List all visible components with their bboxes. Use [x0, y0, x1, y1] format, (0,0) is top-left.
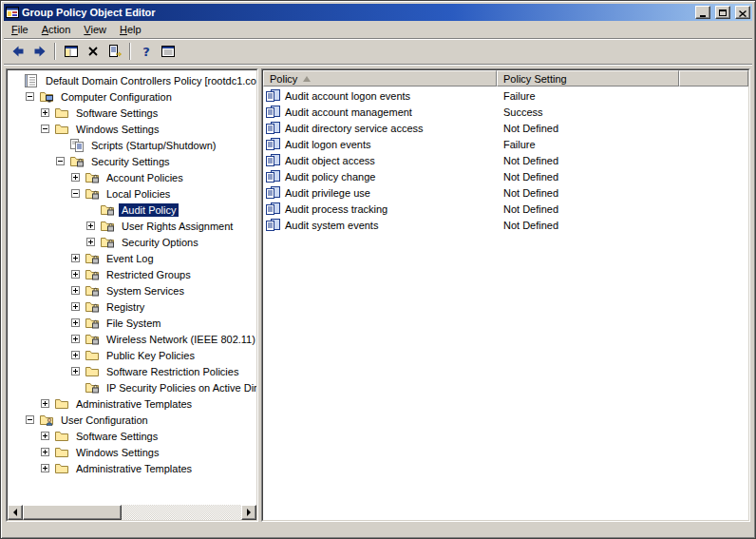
policy-row[interactable]: Audit account logon eventsFailure: [263, 87, 748, 104]
export-list-button[interactable]: [104, 41, 125, 62]
tree-item-label[interactable]: Local Policies: [104, 187, 173, 201]
tree-item-audit-policy[interactable]: Audit Policy: [8, 202, 256, 218]
scrollbar-track[interactable]: [23, 505, 241, 520]
tree-item-label[interactable]: Registry: [104, 300, 147, 314]
expand-icon[interactable]: [41, 432, 49, 440]
delete-button[interactable]: [82, 41, 104, 62]
expand-icon[interactable]: [71, 318, 80, 327]
tree-item-label[interactable]: Default Domain Controllers Policy [rootd…: [43, 74, 256, 87]
tree-item-label[interactable]: Restricted Groups: [104, 268, 194, 281]
tree-item-windows-settings[interactable]: Windows Settings: [8, 444, 256, 460]
tree-item-label[interactable]: System Services: [104, 284, 187, 298]
tree-item-security-settings[interactable]: Security Settings: [8, 153, 256, 169]
column-header-policy-setting[interactable]: Policy Setting: [497, 70, 679, 87]
tree-item-local-policies[interactable]: Local Policies: [8, 185, 256, 202]
policy-row[interactable]: Audit directory service accessNot Define…: [263, 120, 748, 136]
tree-item-computer-configuration[interactable]: Computer Configuration: [8, 88, 256, 105]
tree-item-registry[interactable]: Registry: [8, 298, 256, 315]
tree-item-administrative-templates[interactable]: Administrative Templates: [8, 460, 256, 476]
expand-icon[interactable]: [41, 464, 49, 472]
tree-item-restricted-groups[interactable]: Restricted Groups: [8, 266, 256, 282]
close-button[interactable]: [735, 6, 750, 19]
maximize-button[interactable]: [715, 6, 730, 19]
tree-item-user-configuration[interactable]: User Configuration: [8, 412, 256, 428]
forward-button[interactable]: [28, 41, 50, 62]
tree-item-label[interactable]: User Configuration: [58, 414, 151, 427]
tree-item-default-domain-controllers-policy-rootdc[interactable]: Default Domain Controllers Policy [rootd…: [8, 72, 256, 88]
tree-item-public-key-policies[interactable]: Public Key Policies: [8, 347, 256, 363]
tree-horizontal-scrollbar[interactable]: [8, 505, 256, 520]
policy-row[interactable]: Audit process trackingNot Defined: [263, 201, 748, 217]
tree-item-system-services[interactable]: System Services: [8, 282, 256, 298]
tree-item-event-log[interactable]: Event Log: [8, 250, 256, 266]
tree-item-label[interactable]: Scripts (Startup/Shutdown): [88, 139, 218, 152]
tree-item-ip-security-policies-on-active-dire[interactable]: IP Security Policies on Active Dire: [8, 379, 256, 395]
expand-icon[interactable]: [71, 173, 80, 182]
tree-item-label[interactable]: Computer Configuration: [58, 90, 175, 104]
policy-name-cell[interactable]: Audit policy change: [263, 170, 497, 183]
tree-item-label[interactable]: Public Key Policies: [104, 349, 198, 362]
tree-item-label[interactable]: Windows Settings: [73, 123, 161, 136]
tree-item-file-system[interactable]: File System: [8, 315, 256, 331]
collapse-icon[interactable]: [41, 125, 49, 133]
menu-help[interactable]: Help: [113, 21, 148, 38]
tree-item-scripts-startup-shutdown[interactable]: Scripts (Startup/Shutdown): [8, 137, 256, 153]
menu-view[interactable]: View: [77, 21, 113, 38]
expand-icon[interactable]: [71, 367, 80, 375]
expand-icon[interactable]: [41, 399, 49, 408]
tree-item-label[interactable]: Wireless Network (IEEE 802.11) P: [104, 333, 256, 346]
back-button[interactable]: [7, 41, 28, 62]
policy-name-cell[interactable]: Audit process tracking: [263, 202, 497, 215]
help-button[interactable]: ?: [135, 41, 157, 62]
tree-item-windows-settings[interactable]: Windows Settings: [8, 121, 256, 137]
policy-row[interactable]: Audit privilege useNot Defined: [263, 184, 748, 201]
expand-icon[interactable]: [41, 108, 49, 117]
policy-name-cell[interactable]: Audit account logon events: [263, 89, 497, 102]
expand-icon[interactable]: [71, 351, 80, 359]
tree-item-administrative-templates[interactable]: Administrative Templates: [8, 395, 256, 412]
collapse-icon[interactable]: [71, 189, 80, 198]
policy-name-cell[interactable]: Audit logon events: [263, 138, 497, 150]
scrollbar-thumb[interactable]: [23, 505, 122, 520]
tree-item-label[interactable]: Software Restriction Policies: [104, 365, 241, 378]
tree-item-label[interactable]: Security Settings: [88, 155, 173, 168]
tree-item-account-policies[interactable]: Account Policies: [8, 169, 256, 185]
tree-item-label[interactable]: IP Security Policies on Active Dire: [104, 381, 256, 395]
expand-icon[interactable]: [71, 302, 80, 311]
policy-row[interactable]: Audit account managementSuccess: [263, 104, 748, 120]
tree-item-software-settings[interactable]: Software Settings: [8, 428, 256, 444]
policy-name-cell[interactable]: Audit account management: [263, 106, 497, 118]
properties-button[interactable]: [157, 41, 179, 62]
tree-item-software-restriction-policies[interactable]: Software Restriction Policies: [8, 363, 256, 379]
tree-item-software-settings[interactable]: Software Settings: [8, 105, 256, 121]
tree-item-wireless-network-ieee-802-11-p[interactable]: Wireless Network (IEEE 802.11) P: [8, 331, 256, 347]
tree-item-label[interactable]: Administrative Templates: [73, 462, 195, 475]
policy-name-cell[interactable]: Audit directory service access: [263, 122, 497, 134]
menu-file[interactable]: File: [5, 21, 35, 38]
tree-item-label[interactable]: File System: [104, 317, 163, 330]
tree-item-label[interactable]: Software Settings: [73, 430, 161, 443]
expand-icon[interactable]: [71, 270, 80, 279]
policy-row[interactable]: Audit policy changeNot Defined: [263, 168, 748, 184]
expand-icon[interactable]: [86, 238, 95, 246]
scroll-right-button[interactable]: [241, 505, 256, 520]
collapse-icon[interactable]: [26, 92, 34, 101]
collapse-icon[interactable]: [26, 415, 34, 424]
expand-icon[interactable]: [71, 286, 80, 295]
tree-item-label[interactable]: Audit Policy: [119, 203, 179, 217]
policy-name-cell[interactable]: Audit system events: [263, 219, 497, 231]
titlebar[interactable]: Group Policy Object Editor: [4, 4, 752, 21]
scroll-left-button[interactable]: [8, 505, 23, 520]
menu-action[interactable]: Action: [35, 21, 78, 38]
show-console-tree-button[interactable]: [60, 41, 82, 62]
policy-name-cell[interactable]: Audit object access: [263, 154, 497, 166]
tree-item-label[interactable]: Security Options: [119, 236, 201, 249]
expand-icon[interactable]: [71, 335, 80, 343]
policy-row[interactable]: Audit object accessNot Defined: [263, 152, 748, 168]
expand-icon[interactable]: [86, 221, 95, 230]
tree-item-label[interactable]: Software Settings: [73, 106, 161, 120]
tree-item-security-options[interactable]: Security Options: [8, 234, 256, 250]
column-header-policy[interactable]: Policy: [263, 70, 497, 87]
policy-row[interactable]: Audit logon eventsFailure: [263, 136, 748, 152]
policy-row[interactable]: Audit system eventsNot Defined: [263, 217, 748, 233]
